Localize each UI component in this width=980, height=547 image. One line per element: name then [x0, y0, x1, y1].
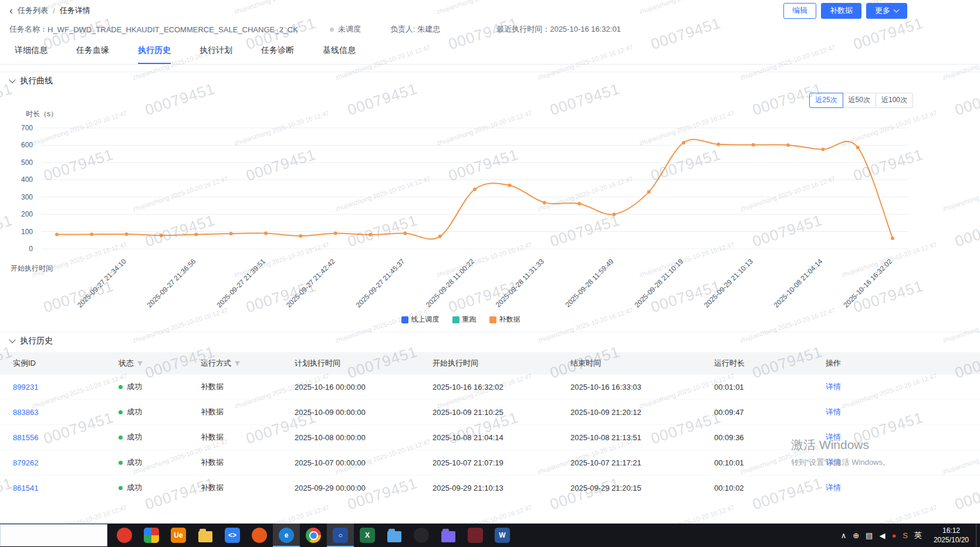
legend-label: 重跑: [462, 315, 477, 325]
history-section-header[interactable]: 执行历史: [0, 332, 980, 350]
svg-text:2025-09-27 21:45:37: 2025-09-27 21:45:37: [354, 257, 407, 309]
breadcrumb-current: 任务详情: [60, 5, 90, 16]
browser-orange-icon[interactable]: [246, 524, 273, 547]
patch-data-button[interactable]: 补数据: [821, 3, 861, 19]
range-button-2[interactable]: 近100次: [876, 93, 913, 108]
vscode-glyph: <>: [225, 528, 240, 543]
taskbar-clock[interactable]: 16:12 2025/10/20: [927, 526, 976, 545]
excel-glyph: X: [360, 528, 375, 543]
taskbar: Ue<>e○XW ∧⊕▤◀●S英 16:12 2025/10/20: [0, 524, 980, 547]
task-last-run: 最近执行时间：2025-10-16 16:32:01: [496, 24, 621, 35]
back-arrow-icon[interactable]: ‹: [9, 5, 13, 16]
browser-orange-glyph: [252, 528, 267, 543]
taskbar-search-box[interactable]: [0, 524, 107, 546]
ime-language-indicator[interactable]: 英: [914, 530, 922, 541]
execution-history-table: 实例ID状态运行方式计划执行时间开始执行时间结束时间运行时长操作 899231成…: [0, 352, 980, 493]
breadcrumb-task-list[interactable]: 任务列表: [18, 5, 48, 16]
network-icon[interactable]: ⊕: [853, 531, 859, 540]
range-button-group: 近25次近50次近100次: [810, 93, 913, 108]
cell-status: 成功: [119, 457, 201, 468]
execution-curve-chart[interactable]: 01002003004005006007002025-09-27 21:34:1…: [0, 117, 980, 314]
collapse-chevron-icon: [9, 76, 15, 83]
panda-app-icon[interactable]: [408, 524, 435, 547]
filter-icon[interactable]: [234, 360, 241, 367]
darkred-app-glyph: [468, 528, 483, 543]
range-button-1[interactable]: 近50次: [843, 93, 876, 108]
tab-5[interactable]: 基线信息: [323, 38, 356, 64]
column-header-3: 计划执行时间: [295, 358, 432, 369]
folder-blue-icon[interactable]: [381, 524, 408, 547]
svg-text:100: 100: [21, 228, 33, 236]
tray-expand-icon[interactable]: ∧: [841, 531, 847, 540]
instance-id-link[interactable]: 861541: [13, 484, 38, 492]
cell-instance-id: 881556: [13, 433, 119, 442]
status-text: 未调度: [338, 24, 361, 35]
legend-item[interactable]: 补数据: [489, 315, 521, 325]
curve-section-header[interactable]: 执行曲线: [0, 72, 980, 90]
collapse-chevron-icon: [9, 336, 15, 343]
svg-text:600: 600: [21, 141, 33, 149]
success-dot-icon: [119, 486, 123, 490]
activation-line1: 激活 Windows: [791, 437, 890, 453]
detail-link[interactable]: 详情: [826, 381, 841, 392]
more-button-label: 更多: [875, 5, 890, 16]
legend-swatch-icon: [401, 316, 408, 323]
cell-status: 成功: [119, 407, 201, 417]
pinwheel-icon[interactable]: [138, 524, 165, 547]
taskview-icon[interactable]: ▤: [866, 531, 873, 540]
column-header-0: 实例ID: [13, 358, 119, 369]
tab-4[interactable]: 任务诊断: [261, 38, 294, 64]
more-button[interactable]: 更多: [866, 3, 907, 19]
ue-editor-icon[interactable]: Ue: [165, 524, 192, 547]
filter-icon[interactable]: [137, 360, 143, 367]
file-explorer-icon[interactable]: [192, 524, 219, 547]
tab-3[interactable]: 执行计划: [200, 38, 232, 64]
range-button-0[interactable]: 近25次: [809, 93, 843, 108]
instance-id-link[interactable]: 899231: [13, 383, 38, 391]
detail-link[interactable]: 详情: [826, 407, 841, 417]
edge-browser-icon[interactable]: e: [273, 524, 300, 547]
chrome-icon[interactable]: [300, 524, 327, 547]
tab-1[interactable]: 任务血缘: [76, 38, 109, 64]
folder-blue-glyph: [387, 531, 401, 542]
cell-instance-id: 883863: [13, 408, 119, 417]
browser-360-icon[interactable]: [111, 524, 138, 547]
notification-badge-icon[interactable]: ●: [891, 531, 896, 540]
sogou-ime-icon[interactable]: S: [903, 531, 908, 540]
svg-text:2025-09-27 21:42:42: 2025-09-27 21:42:42: [285, 257, 337, 309]
pinwheel-glyph: [144, 528, 159, 543]
darkred-app-icon[interactable]: [462, 524, 489, 547]
legend-swatch-icon: [452, 316, 459, 323]
show-desktop-button[interactable]: [976, 524, 980, 547]
cell-run-mode: 补数据: [201, 407, 295, 417]
cell-end-time: 2025-09-29 21:20:15: [570, 484, 714, 492]
tab-2[interactable]: 执行历史: [138, 38, 171, 64]
svg-text:2025-09-28 11:00:22: 2025-09-28 11:00:22: [424, 257, 476, 309]
instance-id-link[interactable]: 883863: [13, 408, 38, 417]
svg-text:2025-09-27 21:36:56: 2025-09-27 21:36:56: [146, 257, 198, 309]
vscode-icon[interactable]: <>: [219, 524, 246, 547]
svg-text:200: 200: [21, 210, 33, 218]
detail-link[interactable]: 详情: [826, 482, 841, 493]
word-icon[interactable]: W: [489, 524, 516, 547]
task-info-bar: 任务名称： H_WF_DWD_TRADE_HKAUDIT_ECOMMERCE_S…: [0, 21, 980, 38]
excel-icon[interactable]: X: [354, 524, 381, 547]
task-status: 未调度: [330, 24, 361, 35]
instance-id-link[interactable]: 881556: [13, 433, 38, 442]
tab-0[interactable]: 详细信息: [15, 38, 48, 64]
media-folder-icon[interactable]: [435, 524, 462, 547]
cell-duration: 00:10:02: [714, 484, 826, 492]
blue-app-icon[interactable]: ○: [327, 524, 354, 547]
edit-button[interactable]: 编辑: [783, 3, 816, 19]
chart-x-axis-title: 开始执行时间: [11, 264, 53, 274]
cell-run-mode: 补数据: [201, 381, 295, 392]
clock-time: 16:12: [934, 526, 969, 535]
instance-id-link[interactable]: 879262: [13, 458, 38, 467]
media-folder-glyph: [441, 531, 455, 542]
cell-end-time: 2025-10-16 16:33:03: [570, 383, 714, 391]
svg-text:300: 300: [21, 193, 33, 201]
legend-item[interactable]: 线上调度: [401, 315, 440, 325]
volume-icon[interactable]: ◀: [879, 531, 885, 540]
history-section-title: 执行历史: [20, 336, 53, 346]
legend-item[interactable]: 重跑: [452, 315, 477, 325]
